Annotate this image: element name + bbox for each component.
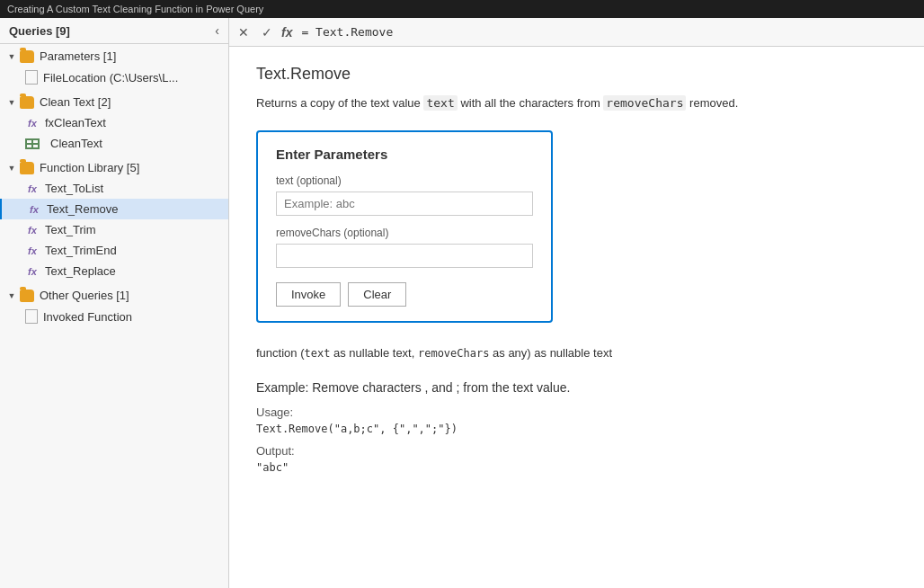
sidebar-item-text-tolist[interactable]: fx Text_ToList xyxy=(0,178,228,199)
fx-icon: fx xyxy=(25,245,40,256)
sidebar-group-otherqueries-header[interactable]: ▼ Other Queries [1] xyxy=(0,285,228,306)
sidebar-group-parameters-header[interactable]: ▼ Parameters [1] xyxy=(0,46,228,67)
content-area: Text.Remove Returns a copy of the text v… xyxy=(229,47,924,588)
parameters-box: Enter Parameters text (optional) removeC… xyxy=(256,130,553,323)
sidebar-item-text-replace[interactable]: fx Text_Replace xyxy=(0,261,228,281)
sidebar-group-otherqueries-label: Other Queries [1] xyxy=(40,289,129,302)
sidebar-item-invoked-function[interactable]: Invoked Function xyxy=(0,306,228,327)
sidebar-item-cleantext[interactable]: CleanText xyxy=(0,133,228,154)
output-label: Output: xyxy=(256,444,897,458)
fx-icon: fx xyxy=(25,118,40,129)
function-signature: function (text as nullable text, removeC… xyxy=(256,344,897,363)
fx-icon: fx xyxy=(25,183,40,194)
parameters-title: Enter Parameters xyxy=(276,147,533,162)
confirm-button[interactable]: ✓ xyxy=(258,23,276,41)
sidebar-group-otherqueries: ▼ Other Queries [1] Invoked Function xyxy=(0,283,228,329)
sidebar-title: Queries [9] xyxy=(9,24,70,38)
usage-code: Text.Remove("a,b;c", {",",";"}) xyxy=(256,423,897,435)
table-icon xyxy=(25,138,45,149)
output-value: "abc" xyxy=(256,461,897,474)
buttons-row: Invoke Clear xyxy=(276,282,533,307)
folder-icon xyxy=(20,290,34,302)
fx-icon: fx xyxy=(25,266,40,277)
sidebar-group-functionlibrary-header[interactable]: ▼ Function Library [5] xyxy=(0,157,228,178)
folder-icon xyxy=(20,162,34,174)
cancel-button[interactable]: ✕ xyxy=(235,23,253,41)
sidebar-group-functionlibrary-label: Function Library [5] xyxy=(40,161,139,174)
sidebar-group-cleantext: ▼ Clean Text [2] fx fxCleanText CleanTe xyxy=(0,90,228,156)
removechars-param-input[interactable] xyxy=(276,244,533,268)
sidebar-group-parameters: ▼ Parameters [1] FileLocation (C:\Users\… xyxy=(0,44,228,90)
removechars-param-label: removeChars (optional) xyxy=(276,227,533,239)
function-title: Text.Remove xyxy=(256,65,897,84)
formula-bar: ✕ ✓ fx xyxy=(229,18,924,47)
fx-icon: fx xyxy=(25,225,40,236)
description: Returns a copy of the text value text wi… xyxy=(256,94,897,112)
document-icon xyxy=(25,70,38,85)
sidebar-item-fxcleantext[interactable]: fx fxCleanText xyxy=(0,112,228,133)
sidebar-item-text-trimend[interactable]: fx Text_TrimEnd xyxy=(0,240,228,261)
text-param-label: text (optional) xyxy=(276,174,533,187)
text-param-input[interactable] xyxy=(276,192,533,216)
chevron-down-icon: ▼ xyxy=(7,164,16,173)
title-bar: Creating A Custom Text Cleaning Function… xyxy=(0,0,924,18)
sidebar: Queries [9] ‹ ▼ Parameters [1] FileLocat… xyxy=(0,18,229,588)
example-title: Example: Remove characters , and ; from … xyxy=(256,380,897,395)
sidebar-group-cleantext-header[interactable]: ▼ Clean Text [2] xyxy=(0,92,228,112)
chevron-down-icon: ▼ xyxy=(7,98,16,107)
chevron-down-icon: ▼ xyxy=(7,291,16,300)
fx-label: fx xyxy=(281,25,292,40)
sidebar-header: Queries [9] ‹ xyxy=(0,18,228,44)
clear-button[interactable]: Clear xyxy=(348,282,406,307)
folder-icon xyxy=(20,96,34,109)
sidebar-group-functionlibrary: ▼ Function Library [5] fx Text_ToList fx… xyxy=(0,156,228,283)
invoke-button[interactable]: Invoke xyxy=(276,282,341,307)
folder-icon xyxy=(20,50,34,63)
sidebar-group-cleantext-label: Clean Text [2] xyxy=(40,95,111,109)
sidebar-item-text-trim[interactable]: fx Text_Trim xyxy=(0,219,228,240)
sidebar-item-filelocation[interactable]: FileLocation (C:\Users\L... xyxy=(0,67,228,88)
document-icon xyxy=(25,309,38,324)
formula-input[interactable] xyxy=(301,25,919,39)
title-bar-text: Creating A Custom Text Cleaning Function… xyxy=(7,4,263,14)
sidebar-group-parameters-label: Parameters [1] xyxy=(40,49,116,63)
usage-label: Usage: xyxy=(256,405,897,419)
collapse-icon[interactable]: ‹ xyxy=(215,23,219,38)
chevron-down-icon: ▼ xyxy=(7,52,16,61)
fx-icon: fx xyxy=(27,204,41,215)
sidebar-item-text-remove[interactable]: fx Text_Remove xyxy=(0,199,228,219)
